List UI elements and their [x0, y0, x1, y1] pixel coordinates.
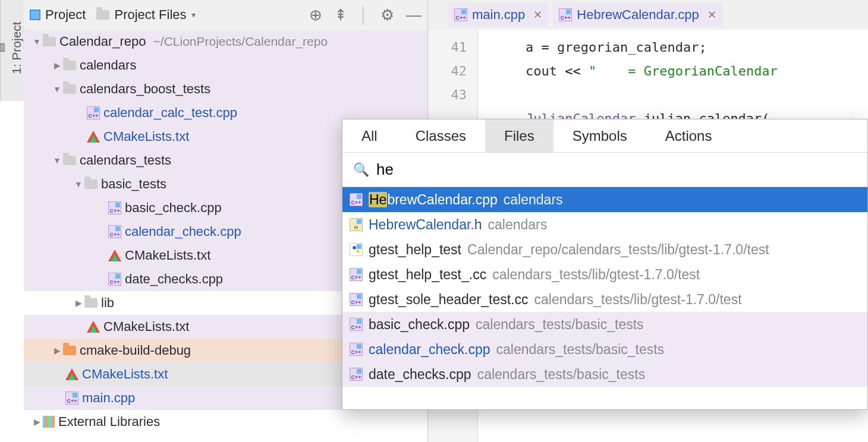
expand-arrow-icon[interactable]: ▼: [51, 84, 63, 94]
code-area[interactable]: a = gregorian_calendar; cout << " = Greg…: [478, 30, 868, 131]
editor-tab[interactable]: C++ HebrewCalendar.cpp ✕: [553, 3, 722, 27]
cpp-file-icon: C++: [108, 225, 121, 238]
tree-node-label: main.cpp: [82, 390, 135, 406]
cpp-file-icon: C++: [87, 106, 100, 119]
result-name: gtest_help_test: [369, 242, 461, 258]
tree-node-label: cmake-build-debug: [80, 343, 191, 358]
expand-arrow-icon[interactable]: ▼: [31, 37, 43, 46]
search-result[interactable]: C++ date_checks.cpp calendars_tests/basi…: [342, 362, 867, 387]
python-file-icon: [350, 243, 363, 256]
collapse-all-icon[interactable]: ⇞: [334, 6, 347, 24]
folder-icon: [63, 84, 76, 94]
folder-icon: [43, 37, 56, 46]
tree-node-label: CMakeLists.txt: [103, 129, 189, 144]
cpp-file-icon: C++: [65, 392, 78, 405]
scope-selector[interactable]: Project Files ▾: [96, 7, 195, 23]
folder-excluded-icon: [63, 346, 76, 355]
cmake-file-icon: [87, 131, 100, 143]
editor-tab-label: main.cpp: [472, 7, 525, 23]
result-location: calendars_tests/lib/gtest-1.7.0/test: [492, 267, 700, 283]
result-location: Calendar_repo/calendars_tests/lib/gtest-…: [467, 242, 769, 258]
tree-folder[interactable]: ▼ calendars_boost_tests: [24, 77, 427, 101]
folder-icon: [84, 298, 98, 308]
tree-folder[interactable]: ▶ calendars: [24, 53, 427, 77]
expand-arrow-icon[interactable]: ▼: [73, 179, 84, 189]
result-location: calendars_tests/basic_tests: [476, 317, 644, 333]
expand-arrow-icon[interactable]: ▶: [51, 346, 63, 355]
close-tab-icon[interactable]: ✕: [533, 8, 542, 21]
search-everywhere-popup: All Classes Files Symbols Actions 🔍 C++ …: [342, 119, 868, 410]
cmake-file-icon: [87, 321, 100, 333]
cpp-file-icon: C++: [350, 368, 363, 381]
result-name: HebrewCalendar.cpp: [369, 192, 498, 208]
search-field-row: 🔍: [342, 153, 867, 187]
search-tab-classes[interactable]: Classes: [397, 119, 485, 152]
editor-tab[interactable]: C++ main.cpp ✕: [448, 3, 548, 27]
tree-node-label: CMakeLists.txt: [82, 367, 168, 382]
cpp-file-icon: C++: [454, 8, 467, 21]
cmake-file-icon: [108, 250, 121, 261]
cmake-file-icon: [65, 368, 78, 380]
tree-node-label: External Libraries: [58, 414, 160, 430]
search-tab-all[interactable]: All: [342, 119, 397, 152]
locate-icon[interactable]: ⊕: [309, 6, 322, 24]
search-result-selected[interactable]: C++ HebrewCalendar.cpp calendars: [342, 187, 867, 212]
project-toolwindow-tab[interactable]: ▤ 1: Project: [0, 0, 24, 101]
tree-node-label: Calendar_repo: [59, 34, 146, 49]
search-tab-actions[interactable]: Actions: [646, 119, 731, 152]
expand-arrow-icon[interactable]: ▶: [51, 61, 63, 70]
search-tab-symbols[interactable]: Symbols: [553, 119, 646, 152]
tree-node-label: basic_check.cpp: [125, 200, 222, 216]
tree-node-label: calendars_tests: [80, 153, 171, 168]
folder-icon: [63, 61, 76, 70]
minimize-icon[interactable]: —: [406, 6, 422, 24]
search-results: C++ HebrewCalendar.cpp calendars H Hebre…: [342, 187, 867, 409]
search-result[interactable]: H HebrewCalendar.h calendars: [342, 212, 867, 237]
tree-root[interactable]: ▼ Calendar_repo ~/CLionProjects/Calendar…: [24, 30, 427, 53]
tree-node-label: calendar_calc_test.cpp: [103, 105, 237, 121]
expand-arrow-icon[interactable]: ▼: [51, 156, 63, 165]
project-selector-label: Project: [45, 7, 86, 23]
project-scope-icon: [30, 10, 40, 20]
tree-node-label: calendars: [80, 58, 136, 73]
project-glyph-icon: ▤: [0, 42, 6, 55]
search-tabs: All Classes Files Symbols Actions: [342, 119, 867, 153]
tree-node-label: lib: [101, 295, 114, 311]
editor-tab-label: HebrewCalendar.cpp: [577, 7, 699, 23]
search-input[interactable]: [376, 160, 857, 179]
header-file-icon: H: [350, 218, 363, 231]
chevron-down-icon: ▾: [191, 10, 196, 20]
result-location: calendars: [504, 192, 563, 208]
close-tab-icon[interactable]: ✕: [707, 8, 716, 21]
result-location: calendars: [488, 217, 548, 233]
cpp-file-icon: C++: [350, 293, 363, 306]
expand-arrow-icon[interactable]: ▶: [73, 298, 84, 308]
result-name: gtest_sole_header_test.cc: [369, 292, 529, 308]
folder-icon: [63, 156, 76, 165]
tree-external-libs[interactable]: ▶ External Libraries: [24, 410, 427, 434]
folder-icon: [84, 179, 98, 189]
library-icon: [43, 416, 55, 428]
project-selector[interactable]: Project: [30, 7, 86, 23]
result-name: date_checks.cpp: [369, 367, 471, 383]
search-result[interactable]: C++ gtest_sole_header_test.cc calendars_…: [342, 287, 867, 312]
line-number: 43: [428, 83, 467, 107]
line-number: 41: [428, 36, 467, 59]
settings-gear-icon[interactable]: ⚙: [380, 6, 394, 24]
search-result[interactable]: C++ calendar_check.cpp calendars_tests/b…: [342, 337, 867, 362]
project-header: Project Project Files ▾ ⊕ ⇞ │ ⚙ —: [24, 0, 428, 30]
tree-node-label: calendar_check.cpp: [125, 224, 241, 239]
search-tab-files[interactable]: Files: [485, 119, 553, 152]
project-tab-label: 1: Project: [10, 22, 24, 75]
cpp-file-icon: C++: [108, 201, 121, 214]
expand-arrow-icon[interactable]: ▶: [31, 417, 43, 427]
cpp-file-icon: C++: [350, 343, 363, 356]
tree-node-label: calendars_boost_tests: [80, 81, 210, 97]
search-result[interactable]: C++ basic_check.cpp calendars_tests/basi…: [342, 312, 867, 337]
cpp-file-icon: C++: [350, 318, 363, 331]
result-name: HebrewCalendar.h: [369, 217, 482, 233]
result-location: calendars_tests/basic_tests: [477, 367, 646, 383]
cpp-file-icon: C++: [559, 8, 572, 21]
search-result[interactable]: gtest_help_test Calendar_repo/calendars_…: [342, 237, 867, 262]
search-result[interactable]: C++ gtest_help_test_.cc calendars_tests/…: [342, 262, 867, 287]
